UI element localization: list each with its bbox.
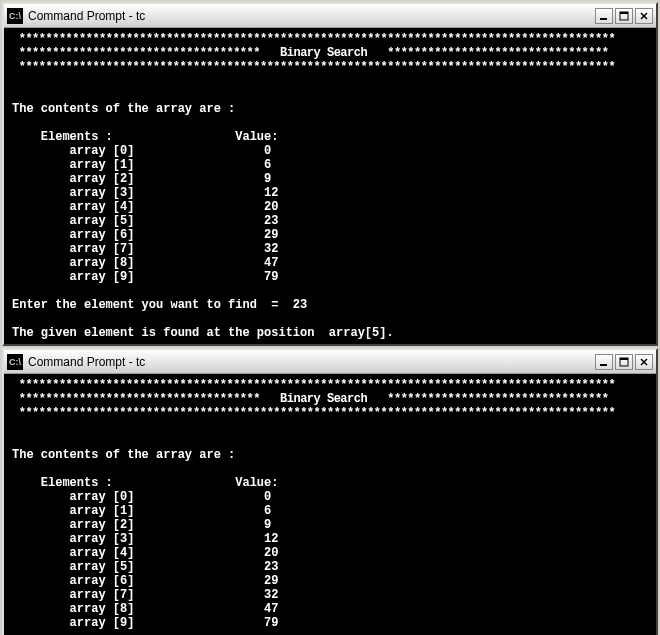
window-title: Command Prompt - tc: [28, 9, 595, 23]
svg-rect-2: [620, 12, 628, 14]
console-output: ****************************************…: [4, 374, 656, 635]
svg-rect-7: [620, 358, 628, 360]
close-button[interactable]: [635, 8, 653, 24]
console-output: ****************************************…: [4, 28, 656, 344]
console-window: C:\ Command Prompt - tc ****************…: [2, 348, 658, 635]
close-button[interactable]: [635, 354, 653, 370]
console-window: C:\ Command Prompt - tc ****************…: [2, 2, 658, 346]
maximize-button[interactable]: [615, 8, 633, 24]
window-controls: [595, 354, 653, 370]
titlebar[interactable]: C:\ Command Prompt - tc: [4, 4, 656, 28]
svg-rect-5: [600, 364, 607, 366]
minimize-button[interactable]: [595, 8, 613, 24]
window-title: Command Prompt - tc: [28, 355, 595, 369]
cmd-icon: C:\: [7, 8, 23, 24]
svg-rect-0: [600, 18, 607, 20]
titlebar[interactable]: C:\ Command Prompt - tc: [4, 350, 656, 374]
window-controls: [595, 8, 653, 24]
cmd-icon: C:\: [7, 354, 23, 370]
maximize-button[interactable]: [615, 354, 633, 370]
minimize-button[interactable]: [595, 354, 613, 370]
